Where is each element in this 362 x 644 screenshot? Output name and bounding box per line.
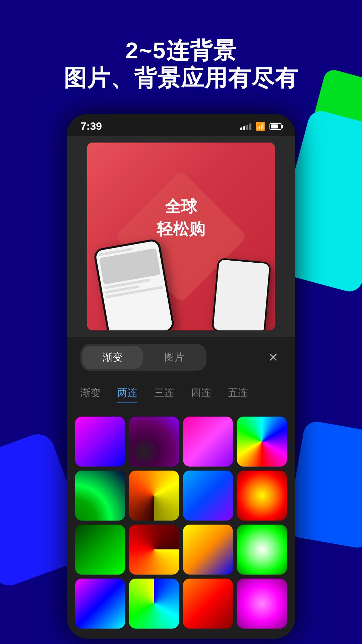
preview-line1: 全球 xyxy=(157,195,205,218)
preview-text: 全球 轻松购 xyxy=(157,195,205,240)
bg-shape-blue-right xyxy=(286,420,362,550)
swatch-1[interactable] xyxy=(75,417,125,467)
sub-tab-two[interactable]: 两连 xyxy=(117,386,137,403)
tab-gradient[interactable]: 渐变 xyxy=(82,346,143,369)
signal-bar-2 xyxy=(243,126,245,130)
preview-phone-mockup-2 xyxy=(212,258,272,330)
swatch-9[interactable] xyxy=(75,525,125,575)
swatch-15[interactable] xyxy=(183,579,233,629)
preview-phone-screen xyxy=(95,240,173,330)
color-swatch-grid xyxy=(67,411,295,639)
sub-tab-row: 渐变 两连 三连 四连 五连 xyxy=(67,378,295,411)
wifi-icon: 📶 xyxy=(255,122,265,131)
swatch-16[interactable] xyxy=(237,579,287,629)
swatch-2[interactable] xyxy=(129,417,179,467)
preview-card: 全球 轻松购 xyxy=(87,143,275,330)
swatch-11[interactable] xyxy=(183,525,233,575)
main-tab-group[interactable]: 渐变 图片 xyxy=(80,344,206,371)
preview-line2: 轻松购 xyxy=(157,218,205,240)
swatch-8[interactable] xyxy=(237,471,287,521)
swatch-5[interactable] xyxy=(75,471,125,521)
status-time: 7:39 xyxy=(80,120,102,132)
sub-tab-gradient[interactable]: 渐变 xyxy=(80,386,101,403)
swatch-7[interactable] xyxy=(183,471,233,521)
phone-mockup: 7:39 📶 全球 轻松购 xyxy=(67,114,295,639)
status-bar: 7:39 📶 xyxy=(67,114,295,136)
tab-image[interactable]: 图片 xyxy=(144,346,204,369)
swatch-6[interactable] xyxy=(129,471,179,521)
swatch-13[interactable] xyxy=(75,579,125,629)
swatch-3[interactable] xyxy=(183,417,233,467)
swatch-12[interactable] xyxy=(237,525,287,575)
signal-bar-3 xyxy=(246,125,248,130)
signal-bar-4 xyxy=(249,123,251,130)
sub-tab-four[interactable]: 四连 xyxy=(191,386,211,403)
signal-icon xyxy=(240,123,251,130)
swatch-10[interactable] xyxy=(129,525,179,575)
swatch-4[interactable] xyxy=(237,417,287,467)
swatch-14[interactable] xyxy=(129,579,179,629)
phone-content: 全球 轻松购 xyxy=(67,136,295,337)
title-line1: 2~5连背景 xyxy=(0,37,362,64)
sub-tab-five[interactable]: 五连 xyxy=(228,386,248,403)
title-line2: 图片、背景应用有尽有 xyxy=(0,64,362,92)
phone2-screen xyxy=(213,260,269,330)
battery-icon xyxy=(269,123,282,130)
sub-tab-three[interactable]: 三连 xyxy=(154,386,174,403)
page-title: 2~5连背景 图片、背景应用有尽有 xyxy=(0,37,362,92)
battery-fill xyxy=(271,124,278,128)
close-button[interactable]: ✕ xyxy=(265,349,282,366)
signal-bar-1 xyxy=(240,127,242,130)
main-tab-row: 渐变 图片 ✕ xyxy=(67,337,295,378)
header-text: 2~5连背景 图片、背景应用有尽有 xyxy=(0,0,362,92)
status-icons: 📶 xyxy=(240,122,282,131)
